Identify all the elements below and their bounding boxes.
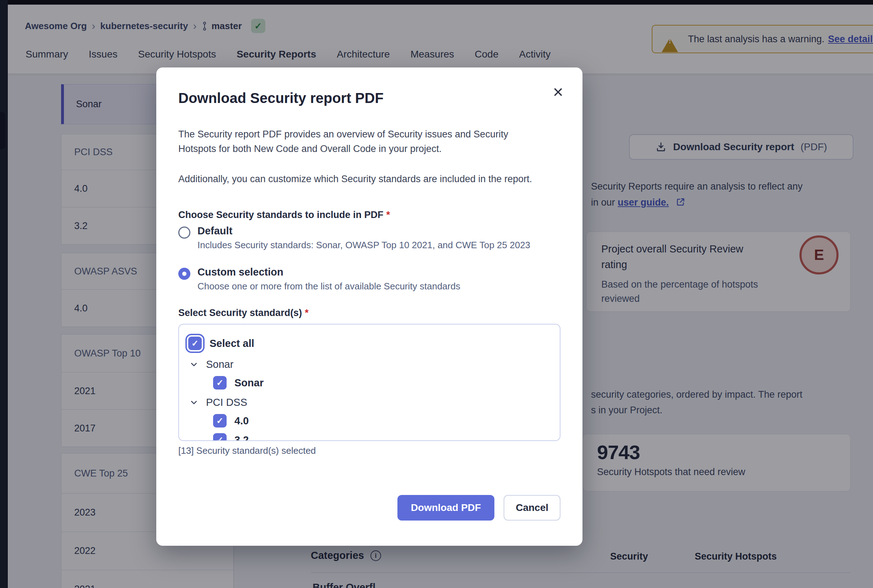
modal-paragraph-1: The Security report PDF provides an over… [178,127,544,156]
radio-option-custom-selection[interactable]: Custom selection Choose one or more from… [178,266,460,292]
modal-title: Download Security report PDF [178,90,384,106]
download-pdf-button[interactable]: Download PDF [398,495,495,520]
checkbox-pci-4.0-checked[interactable]: ✓ [213,414,226,428]
select-standards-label: Select Security standard(s)* [178,308,309,318]
check-icon: ✓ [191,338,198,348]
selected-count-text: [13] Security standard(s) selected [178,445,316,456]
select-all-label: Select all [210,338,254,350]
check-icon: ✓ [216,416,224,426]
checkbox-pci-3.2-checked[interactable]: ✓ [213,433,226,441]
modal-paragraph-2: Additionally, you can customize which Se… [178,172,544,186]
download-pdf-modal: Download Security report PDF × The Secur… [156,68,582,546]
radio-custom-label: Custom selection [198,266,460,278]
tree-item-sonar[interactable]: ✓ Sonar [213,376,560,390]
tree-item-pci-4.0[interactable]: ✓ 4.0 [213,414,560,428]
close-icon[interactable]: × [553,83,563,101]
check-icon: ✓ [216,378,224,388]
tree-group-pci-dss[interactable]: PCI DSS [190,397,560,408]
tree-row-select-all[interactable]: ✓ Select all [188,337,560,350]
chevron-down-icon[interactable] [190,360,198,369]
radio-option-default[interactable]: Default Includes Security standards: Son… [178,225,530,250]
tree-group-label: PCI DSS [206,397,247,408]
tree-group-sonar[interactable]: Sonar [190,358,560,370]
modal-footer: Download PDF Cancel [398,495,561,520]
cancel-button[interactable]: Cancel [504,495,561,520]
standards-tree-listbox[interactable]: ✓ Select all Sonar ✓ Sonar PCI DSS ✓ 4.0… [178,324,561,441]
checkbox-select-all-checked[interactable]: ✓ [188,337,202,350]
radio-custom-description: Choose one or more from the list of avai… [198,281,460,292]
required-asterisk: * [305,308,309,318]
tree-group-label: Sonar [206,358,233,370]
radio-default[interactable] [178,226,190,238]
required-asterisk: * [386,210,390,220]
radio-default-description: Includes Security standards: Sonar, OWAS… [198,240,530,250]
choose-standards-label: Choose Security standards to include in … [178,210,390,220]
radio-default-label: Default [198,225,530,237]
chevron-down-icon[interactable] [190,398,198,407]
tree-item-label: Sonar [234,377,264,389]
radio-custom-selected[interactable] [178,268,190,280]
check-icon: ✓ [216,435,224,441]
checkbox-sonar-checked[interactable]: ✓ [213,376,226,390]
tree-item-label: 4.0 [234,415,249,427]
screen: Awesome Org › kubernetes-security › mast… [0,0,873,588]
tree-item-pci-3.2[interactable]: ✓ 3.2 [213,433,560,441]
tree-item-label: 3.2 [234,434,249,441]
